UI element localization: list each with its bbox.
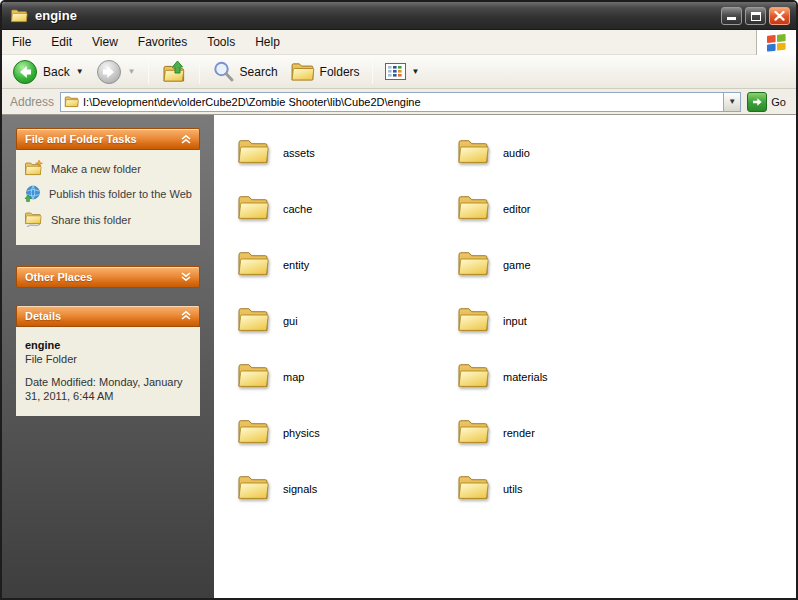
go-button[interactable] xyxy=(747,92,767,112)
menubar: FileEditViewFavoritesToolsHelp xyxy=(2,30,796,55)
folder-icon xyxy=(236,305,270,333)
folder-tile[interactable]: input xyxy=(444,293,664,349)
task-label: Make a new folder xyxy=(51,160,141,176)
task-label: Share this folder xyxy=(51,211,131,227)
window-folder-icon xyxy=(10,8,28,23)
up-button[interactable] xyxy=(157,58,191,86)
menu-item-edit[interactable]: Edit xyxy=(41,31,82,53)
search-icon xyxy=(212,60,235,83)
forward-button[interactable]: ▼ xyxy=(92,57,140,87)
minimize-icon xyxy=(727,17,736,20)
folders-button[interactable]: Folders xyxy=(286,59,364,84)
folder-icon xyxy=(236,361,270,393)
folder-tile[interactable]: editor xyxy=(444,181,664,237)
toolbar-separator xyxy=(148,60,149,84)
search-button[interactable]: Search xyxy=(208,58,282,85)
folder-icon xyxy=(456,137,490,169)
folder-icon xyxy=(456,417,490,449)
folder-tile[interactable]: assets xyxy=(224,125,444,181)
folder-name: assets xyxy=(283,147,315,159)
menu-item-file[interactable]: File xyxy=(2,31,41,53)
minimize-button[interactable] xyxy=(721,7,742,25)
folder-tile[interactable]: render xyxy=(444,405,664,461)
folder-icon xyxy=(456,305,490,333)
folder-icon xyxy=(456,137,490,165)
back-icon xyxy=(12,59,38,85)
menu-item-tools[interactable]: Tools xyxy=(197,31,245,53)
content: File and Folder Tasks Make a new folder xyxy=(2,115,796,598)
back-label: Back xyxy=(43,65,70,79)
folder-icon xyxy=(236,193,270,221)
address-label: Address xyxy=(10,95,54,109)
folder-tile[interactable]: entity xyxy=(224,237,444,293)
folder-tile[interactable]: signals xyxy=(224,461,444,517)
folders-icon xyxy=(290,61,315,82)
folder-name: materials xyxy=(503,371,548,383)
back-button[interactable]: Back ▼ xyxy=(8,57,88,87)
task-publish-folder[interactable]: Publish this folder to the Web xyxy=(24,185,192,202)
panel-title: File and Folder Tasks xyxy=(25,133,137,145)
folder-tile[interactable]: map xyxy=(224,349,444,405)
folder-icon xyxy=(236,473,270,501)
folder-tile[interactable]: gui xyxy=(224,293,444,349)
folder-icon xyxy=(236,417,270,449)
forward-icon xyxy=(96,59,122,85)
folder-tile[interactable]: audio xyxy=(444,125,664,181)
menu-item-view[interactable]: View xyxy=(82,31,128,53)
folder-name: physics xyxy=(283,427,320,439)
chevron-down-icon xyxy=(181,272,191,281)
views-dropdown-icon[interactable]: ▼ xyxy=(412,67,420,76)
folder-name: utils xyxy=(503,483,523,495)
folder-name: input xyxy=(503,315,527,327)
folder-icon xyxy=(456,193,490,221)
address-path: I:\Development\dev\olderCube2D\Zombie Sh… xyxy=(83,96,723,108)
publish-web-icon xyxy=(24,185,41,202)
address-combo[interactable]: I:\Development\dev\olderCube2D\Zombie Sh… xyxy=(60,92,741,112)
folder-tile[interactable]: cache xyxy=(224,181,444,237)
menu-item-favorites[interactable]: Favorites xyxy=(128,31,197,53)
details-header[interactable]: Details xyxy=(16,305,200,327)
back-dropdown-icon[interactable]: ▼ xyxy=(76,67,84,76)
folder-name: map xyxy=(283,371,304,383)
close-button[interactable] xyxy=(769,7,790,25)
details-date-modified: Date Modified: Monday, January 31, 2011,… xyxy=(25,375,191,405)
other-places-header[interactable]: Other Places xyxy=(16,266,200,288)
address-dropdown-button[interactable]: ▼ xyxy=(723,93,740,111)
folder-icon xyxy=(236,137,270,169)
task-share-folder[interactable]: Share this folder xyxy=(24,211,192,227)
go-area: Go xyxy=(747,92,790,112)
sidebar: File and Folder Tasks Make a new folder xyxy=(2,115,214,598)
folder-tile[interactable]: game xyxy=(444,237,664,293)
folder-grid: assets audio cache editor entity ga xyxy=(224,125,796,517)
forward-dropdown-icon[interactable]: ▼ xyxy=(128,67,136,76)
panel-title: Other Places xyxy=(25,271,92,283)
views-button[interactable]: ▼ xyxy=(381,61,424,82)
other-places-panel: Other Places xyxy=(16,266,200,288)
chevron-up-icon xyxy=(181,311,191,320)
maximize-button[interactable] xyxy=(745,7,766,25)
file-folder-tasks-header[interactable]: File and Folder Tasks xyxy=(16,128,200,150)
folder-tile[interactable]: utils xyxy=(444,461,664,517)
windows-logo-box xyxy=(756,30,796,55)
toolbar: Back ▼ ▼ Search xyxy=(2,55,796,89)
folder-name: game xyxy=(503,259,531,271)
new-folder-icon xyxy=(24,160,43,176)
folder-icon xyxy=(236,305,270,337)
task-make-new-folder[interactable]: Make a new folder xyxy=(24,160,192,176)
folders-label: Folders xyxy=(320,65,360,79)
menu-item-help[interactable]: Help xyxy=(245,31,290,53)
task-label: Publish this folder to the Web xyxy=(49,185,192,201)
folder-tile[interactable]: physics xyxy=(224,405,444,461)
toolbar-separator xyxy=(372,60,373,84)
go-arrow-icon xyxy=(751,96,763,108)
windows-logo-icon xyxy=(766,33,787,52)
menu-items: FileEditViewFavoritesToolsHelp xyxy=(2,31,290,53)
panel-title: Details xyxy=(25,310,61,322)
details-panel: Details engine File Folder Date Modified… xyxy=(16,305,200,417)
file-list-area[interactable]: assets audio cache editor entity ga xyxy=(214,115,796,598)
folder-icon xyxy=(456,249,490,277)
folder-tile[interactable]: materials xyxy=(444,349,664,405)
folder-icon xyxy=(236,417,270,445)
details-folder-type: File Folder xyxy=(25,353,191,365)
close-icon xyxy=(770,8,789,24)
